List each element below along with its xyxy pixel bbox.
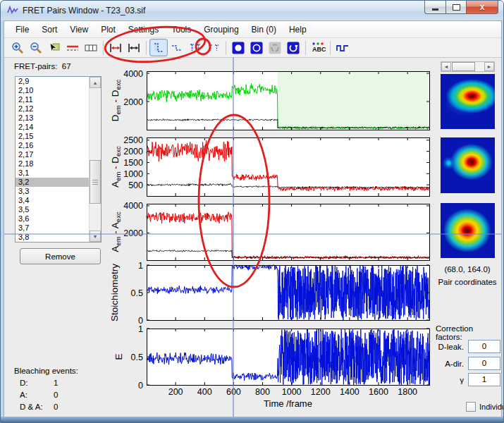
list-item-pair-2-10[interactable]: 2,10: [16, 86, 89, 95]
toolbar-separator: [226, 41, 226, 55]
data-cursor-icon[interactable]: [45, 39, 63, 56]
fret-image-heatmap: [441, 137, 495, 193]
γ-input[interactable]: 1: [468, 373, 500, 386]
list-item-pair-3-1[interactable]: 3,1: [16, 168, 89, 178]
list-item-pair-2-15[interactable]: 2,15: [16, 132, 89, 141]
square-wave-icon[interactable]: [333, 39, 352, 56]
span-measure-red-icon[interactable]: [106, 39, 125, 56]
fret-pairs-listbox[interactable]: 2,92,102,112,122,132,142,152,162,172,183…: [15, 76, 102, 243]
threshold-line-icon[interactable]: [63, 39, 82, 56]
fret-pairs-label: FRET-pairs: 67: [14, 62, 71, 70]
menu-plot[interactable]: Plot: [94, 23, 122, 37]
bleaching-row: D & A:0: [14, 403, 78, 411]
svg-text:ABC: ABC: [312, 46, 326, 53]
circle-refresh-icon[interactable]: [284, 39, 302, 56]
bleaching-value: 0: [54, 403, 58, 411]
individualized-checkbox[interactable]: [466, 402, 476, 412]
scroll-up-button[interactable]: ▲: [90, 77, 101, 88]
colorbar-icon[interactable]: [82, 39, 100, 56]
list-item-pair-3-2[interactable]: 3,2: [16, 178, 89, 187]
scroll-down-button[interactable]: ▼: [90, 231, 101, 242]
list-item-pair-2-9[interactable]: 2,9: [16, 77, 89, 86]
labels-abc-icon[interactable]: ABC: [309, 39, 327, 56]
circle-disabled-icon[interactable]: [266, 39, 284, 56]
bleaching-value: 1: [54, 379, 58, 387]
restore-icon: [453, 4, 460, 11]
toolbar-separator: [103, 41, 104, 55]
menu-grouping[interactable]: Grouping: [197, 23, 245, 37]
bleach-step-dashed-icon[interactable]: [168, 39, 186, 56]
menu-bar: FileSortViewPlotSettingsToolsGroupingBin…: [4, 21, 501, 38]
zoom-out-icon[interactable]: [27, 39, 45, 56]
scroll-thumb[interactable]: [90, 160, 101, 204]
frame-slider[interactable]: ◄ ►: [441, 61, 495, 72]
bleach-step-icon[interactable]: [149, 39, 168, 56]
list-item-pair-2-18[interactable]: 2,18: [16, 159, 89, 168]
toolbar-separator: [330, 41, 331, 55]
list-item-pair-3-3[interactable]: 3,3: [16, 187, 89, 196]
list-item-pair-3-6[interactable]: 3,6: [16, 214, 89, 223]
individualized-label: Individualized: [479, 403, 504, 411]
list-item-pair-2-17[interactable]: 2,17: [16, 150, 89, 159]
menu-file[interactable]: File: [9, 23, 35, 37]
bleaching-events-panel: Bleaching events: D:1A:0D & A:0: [14, 367, 78, 411]
menu-help[interactable]: Help: [283, 23, 313, 37]
slider-thumb[interactable]: [452, 62, 475, 71]
Adir-input[interactable]: 0: [468, 357, 500, 370]
Dleak-input[interactable]: 0: [468, 340, 500, 353]
menu-tools[interactable]: Tools: [165, 23, 197, 37]
restore-button[interactable]: [445, 1, 466, 14]
slider-right-button[interactable]: ►: [484, 62, 494, 71]
minimize-icon: [432, 8, 438, 11]
menu-view[interactable]: View: [63, 23, 94, 37]
list-item-pair-3-5[interactable]: 3,5: [16, 205, 89, 214]
bleaching-row: A:0: [14, 391, 78, 399]
bleach-range-icon[interactable]: [186, 39, 204, 56]
acceptor-image-heatmap: [441, 203, 495, 258]
slider-left-button[interactable]: ◄: [441, 62, 451, 71]
close-button[interactable]: x: [466, 1, 498, 14]
menu-bin-0-[interactable]: Bin (0): [245, 23, 283, 37]
bleaching-label: D:: [14, 379, 54, 387]
bleaching-title: Bleaching events:: [14, 367, 78, 375]
client-area: FileSortViewPlotSettingsToolsGroupingBin…: [4, 20, 502, 418]
minimize-button[interactable]: [424, 1, 445, 14]
list-item-pair-2-12[interactable]: 2,12: [16, 104, 89, 114]
menu-settings[interactable]: Settings: [122, 23, 165, 37]
circle-outline-icon[interactable]: [247, 39, 266, 56]
list-item-pair-2-11[interactable]: 2,11: [16, 95, 89, 104]
list-scrollbar[interactable]: ▲ ▼: [89, 77, 101, 242]
γ-label: γ: [431, 376, 468, 384]
title-bar[interactable]: FRET Pairs Window - T23_03.sif x: [1, 1, 504, 20]
toolbar-separator: [305, 41, 306, 55]
app-window: FRET Pairs Window - T23_03.sif x FileSor…: [0, 0, 504, 423]
pair-coordinates-value: (68.0, 164.0): [430, 265, 504, 274]
bleaching-label: D & A:: [14, 403, 54, 411]
list-item-pair-2-16[interactable]: 2,16: [16, 141, 89, 150]
zoom-in-icon[interactable]: [8, 39, 27, 56]
list-item-pair-3-7[interactable]: 3,7: [16, 223, 89, 233]
list-item-pair-2-14[interactable]: 2,14: [16, 123, 89, 132]
Dleak-label: D-leak.: [431, 343, 468, 351]
list-item-pair-3-4[interactable]: 3,4: [16, 196, 89, 205]
pair-coordinates-label: Pair coordinates: [430, 278, 504, 286]
correction-factors-title: Correction factors:: [436, 324, 501, 341]
remove-button[interactable]: Remove: [20, 248, 101, 264]
circle-filled-icon[interactable]: [229, 39, 247, 56]
toolbar: ABC: [4, 38, 501, 58]
list-item-pair-3-8[interactable]: 3,8: [16, 233, 89, 242]
donor-image-heatmap: [441, 74, 495, 129]
toolbar-separator: [146, 41, 147, 55]
window-title: FRET Pairs Window - T23_03.sif: [23, 6, 145, 16]
bleach-range-dashed-icon[interactable]: [204, 39, 223, 56]
list-item-pair-2-13[interactable]: 2,13: [16, 114, 89, 123]
window-bottom-border: [1, 417, 504, 422]
menu-sort[interactable]: Sort: [35, 23, 63, 37]
bleaching-value: 0: [54, 391, 58, 399]
span-measure-black-icon[interactable]: [125, 39, 143, 56]
app-icon: [7, 5, 18, 16]
close-icon: x: [480, 2, 485, 12]
bleaching-row: D:1: [14, 379, 78, 387]
bleaching-label: A:: [14, 391, 54, 399]
Adir-label: A-dir.: [431, 360, 468, 368]
